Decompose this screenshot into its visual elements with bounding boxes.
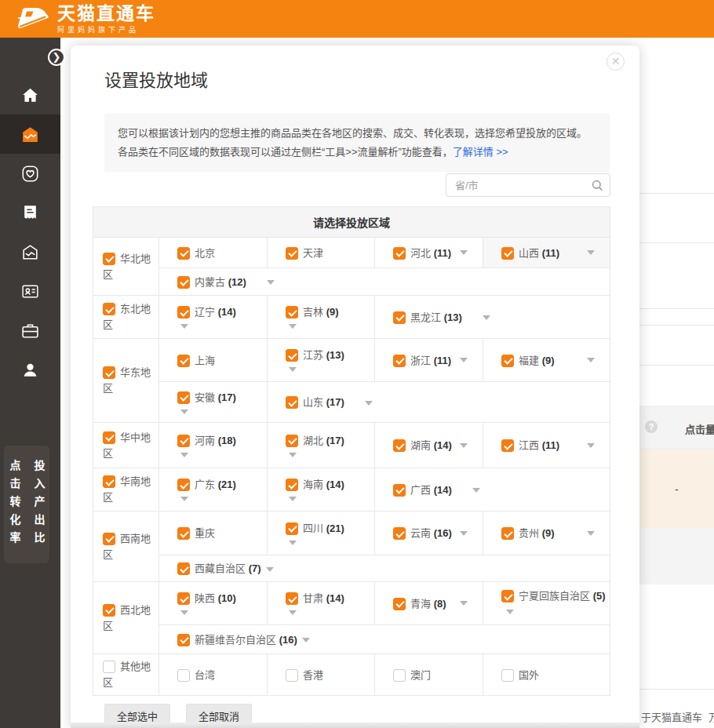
- region-group-cell[interactable]: 西南地区: [93, 511, 159, 582]
- chevron-down-icon[interactable]: [483, 315, 490, 320]
- province-option-cell[interactable]: 辽宁 (14): [159, 296, 268, 339]
- chevron-down-icon[interactable]: [587, 531, 595, 536]
- brand-logo[interactable]: 天猫直通车 阿里妈妈旗下产品: [17, 4, 155, 35]
- sidebar-expand-button[interactable]: ❯: [48, 49, 65, 66]
- region-checkbox[interactable]: [286, 306, 298, 318]
- region-checkbox[interactable]: [103, 366, 115, 379]
- province-option-cell[interactable]: 湖北 (17): [268, 423, 375, 468]
- province-option-cell[interactable]: 香港: [268, 654, 375, 696]
- province-option-cell[interactable]: 湖南 (14): [375, 423, 483, 468]
- search-icon[interactable]: [591, 179, 604, 192]
- region-checkbox[interactable]: [286, 247, 298, 260]
- sidebar-item-favorites[interactable]: [0, 154, 60, 193]
- province-option-cell[interactable]: 福建 (9): [483, 339, 610, 382]
- region-checkbox[interactable]: [393, 355, 406, 367]
- region-checkbox[interactable]: [286, 435, 298, 447]
- province-option-cell[interactable]: 吉林 (9): [268, 296, 375, 339]
- sidebar-item-report[interactable]: [0, 193, 60, 232]
- learn-more-link[interactable]: 了解详情 >>: [453, 146, 508, 158]
- province-option-cell[interactable]: 上海: [159, 339, 268, 382]
- chevron-down-icon[interactable]: [460, 601, 468, 606]
- region-checkbox[interactable]: [501, 590, 514, 602]
- region-checkbox[interactable]: [177, 562, 190, 575]
- chevron-down-icon[interactable]: [267, 280, 275, 285]
- chevron-down-icon[interactable]: [266, 567, 274, 572]
- chevron-down-icon[interactable]: [180, 410, 188, 414]
- province-option-cell[interactable]: 宁夏回族自治区 (5): [483, 582, 610, 625]
- region-checkbox[interactable]: [103, 253, 115, 265]
- region-checkbox[interactable]: [501, 355, 514, 367]
- chevron-down-icon[interactable]: [472, 488, 480, 493]
- province-option-cell[interactable]: 云南 (16): [375, 511, 483, 555]
- region-checkbox[interactable]: [103, 431, 115, 444]
- sidebar-item-campaign-active[interactable]: [0, 115, 60, 154]
- province-option-cell[interactable]: 青海 (8): [375, 582, 483, 625]
- region-checkbox[interactable]: [286, 592, 298, 605]
- region-checkbox[interactable]: [177, 306, 190, 318]
- chevron-down-icon[interactable]: [289, 324, 297, 329]
- region-checkbox[interactable]: [103, 475, 115, 488]
- region-group-cell[interactable]: 其他地区: [93, 654, 159, 696]
- province-option-cell[interactable]: 安徽 (17): [159, 382, 268, 423]
- region-checkbox[interactable]: [393, 598, 406, 610]
- chevron-down-icon[interactable]: [365, 401, 373, 406]
- chevron-down-icon[interactable]: [289, 497, 297, 501]
- region-checkbox[interactable]: [393, 311, 406, 324]
- chevron-down-icon[interactable]: [180, 610, 188, 615]
- region-checkbox[interactable]: [286, 396, 298, 409]
- province-option-cell[interactable]: 河北 (11): [375, 238, 483, 268]
- region-checkbox[interactable]: [393, 527, 406, 540]
- province-option-cell[interactable]: 江苏 (13): [268, 339, 375, 382]
- chevron-down-icon[interactable]: [460, 531, 468, 536]
- region-checkbox[interactable]: [177, 634, 190, 646]
- region-checkbox[interactable]: [177, 355, 190, 367]
- region-checkbox[interactable]: [103, 604, 115, 617]
- region-group-cell[interactable]: 东北地区: [93, 296, 159, 339]
- chevron-down-icon[interactable]: [587, 358, 595, 362]
- region-checkbox[interactable]: [501, 669, 514, 682]
- region-checkbox[interactable]: [103, 661, 115, 673]
- region-checkbox[interactable]: [393, 439, 406, 452]
- province-option-cell[interactable]: 重庆: [159, 511, 268, 555]
- province-option-cell[interactable]: 天津: [268, 238, 375, 268]
- region-checkbox[interactable]: [501, 527, 514, 540]
- chevron-down-icon[interactable]: [289, 610, 297, 615]
- sidebar-item-mail-report[interactable]: [0, 232, 60, 271]
- region-group-cell[interactable]: 华北地区: [93, 238, 159, 296]
- province-option-cell[interactable]: 北京: [159, 238, 268, 268]
- chevron-down-icon[interactable]: [506, 610, 514, 614]
- province-option-cell[interactable]: 山西 (11): [483, 238, 610, 268]
- region-group-cell[interactable]: 华中地区: [93, 423, 159, 468]
- sidebar-item-home[interactable]: [0, 75, 60, 115]
- region-checkbox[interactable]: [177, 669, 190, 682]
- sidebar-item-account[interactable]: [0, 271, 60, 311]
- province-option-cell[interactable]: 河南 (18): [159, 423, 268, 468]
- province-option-cell[interactable]: 山东 (17): [268, 382, 610, 423]
- province-option-cell[interactable]: 台湾: [159, 654, 268, 696]
- region-group-cell[interactable]: 西北地区: [93, 582, 159, 654]
- region-group-cell[interactable]: 华南地区: [93, 468, 159, 511]
- sidebar-item-tools[interactable]: [0, 311, 60, 350]
- region-checkbox[interactable]: [393, 669, 406, 682]
- region-checkbox[interactable]: [177, 276, 190, 289]
- region-checkbox[interactable]: [177, 527, 190, 540]
- chevron-down-icon[interactable]: [460, 443, 468, 448]
- chevron-down-icon[interactable]: [302, 638, 310, 642]
- province-option-cell[interactable]: 江西 (11): [483, 423, 610, 468]
- region-checkbox[interactable]: [177, 592, 190, 605]
- province-option-cell[interactable]: 海南 (14): [268, 468, 375, 511]
- province-option-cell[interactable]: 黑龙江 (13): [375, 296, 610, 339]
- province-option-cell[interactable]: 澳门: [375, 654, 483, 696]
- chevron-down-icon[interactable]: [180, 497, 188, 501]
- region-checkbox[interactable]: [286, 349, 298, 362]
- metrics-float-panel[interactable]: 点击转化率 投入产出比: [4, 446, 49, 563]
- region-checkbox[interactable]: [103, 303, 115, 315]
- region-checkbox[interactable]: [177, 435, 190, 447]
- region-checkbox[interactable]: [177, 391, 190, 404]
- chevron-down-icon[interactable]: [460, 358, 468, 362]
- region-checkbox[interactable]: [393, 484, 406, 497]
- chevron-down-icon[interactable]: [289, 367, 297, 372]
- region-checkbox[interactable]: [286, 479, 298, 491]
- horizontal-scrollbar[interactable]: [71, 723, 639, 728]
- province-option-cell[interactable]: 广东 (21): [159, 468, 268, 511]
